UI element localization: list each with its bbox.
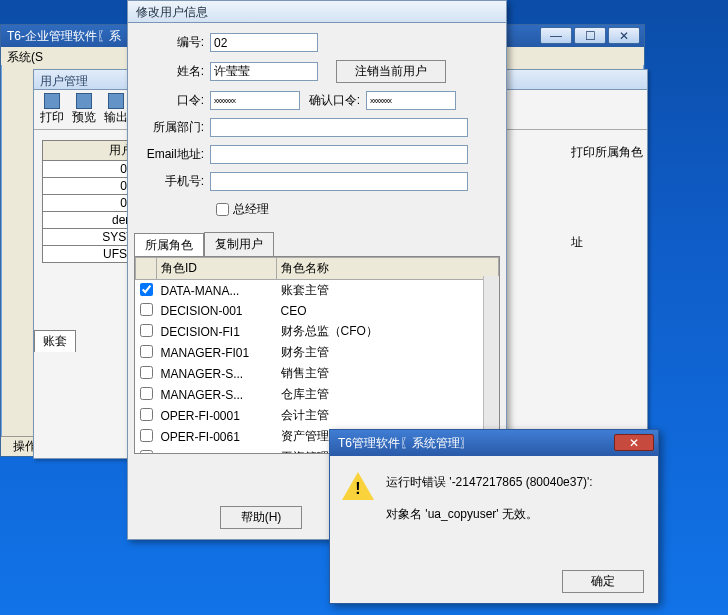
role-checkbox[interactable] — [140, 303, 153, 316]
address-label: 址 — [571, 234, 643, 268]
role-check-cell[interactable] — [136, 384, 157, 405]
email-field[interactable] — [210, 145, 468, 164]
role-id-cell: DECISION-001 — [157, 301, 277, 321]
role-name-cell: 财务主管 — [277, 342, 499, 363]
role-name-cell: 账套主管 — [277, 280, 499, 302]
scrollbar-vertical[interactable] — [483, 276, 499, 453]
error-ok-button[interactable]: 确定 — [562, 570, 644, 593]
role-checkbox[interactable] — [140, 387, 153, 400]
print-icon — [44, 93, 60, 109]
warning-icon — [342, 472, 374, 504]
role-row[interactable]: OPER-FI-0001会计主管 — [136, 405, 499, 426]
role-check-cell[interactable] — [136, 321, 157, 342]
maximize-button[interactable]: ☐ — [574, 27, 606, 44]
general-manager-label: 总经理 — [233, 201, 269, 218]
role-row[interactable]: DATA-MANA...账套主管 — [136, 280, 499, 302]
role-name-cell: 财务总监（CFO） — [277, 321, 499, 342]
error-line1: 运行时错误 '-2147217865 (80040e37)': — [386, 472, 593, 494]
role-id-cell: OPER-FI-0071 — [157, 447, 277, 454]
role-id-cell: MANAGER-S... — [157, 384, 277, 405]
role-name-cell: 销售主管 — [277, 363, 499, 384]
role-checkbox[interactable] — [140, 324, 153, 337]
id-field[interactable] — [210, 33, 318, 52]
confirm-password-label: 确认口令: — [300, 92, 366, 109]
role-id-cell: MANAGER-S... — [157, 363, 277, 384]
output-icon — [108, 93, 124, 109]
error-message: 运行时错误 '-2147217865 (80040e37)': 对象名 'ua_… — [386, 472, 593, 525]
help-button[interactable]: 帮助(H) — [220, 506, 302, 529]
role-name-cell: 仓库主管 — [277, 384, 499, 405]
role-row[interactable]: MANAGER-S...销售主管 — [136, 363, 499, 384]
role-checkbox[interactable] — [140, 366, 153, 379]
output-label: 输出 — [104, 109, 128, 126]
role-checkbox[interactable] — [140, 345, 153, 358]
tab-roles[interactable]: 所属角色 — [134, 233, 204, 257]
error-dialog-title: T6管理软件〖系统管理〗 ✕ — [330, 430, 658, 456]
role-row[interactable]: DECISION-001CEO — [136, 301, 499, 321]
role-id-cell: MANAGER-FI01 — [157, 342, 277, 363]
right-column: 打印所属角色 址 — [571, 144, 643, 268]
role-id-cell: DECISION-FI1 — [157, 321, 277, 342]
phone-label: 手机号: — [138, 173, 210, 190]
role-id-cell: OPER-FI-0061 — [157, 426, 277, 447]
logout-user-button[interactable]: 注销当前用户 — [336, 60, 446, 83]
tab-copy-user[interactable]: 复制用户 — [204, 232, 274, 256]
role-checkbox[interactable] — [140, 429, 153, 442]
preview-icon — [76, 93, 92, 109]
print-roles-label: 打印所属角色 — [571, 144, 643, 178]
role-tabs: 所属角色 复制用户 角色ID 角色名称 DATA-MANA...账套主管DECI… — [134, 232, 500, 454]
print-label: 打印 — [40, 109, 64, 126]
email-label: Email地址: — [138, 146, 210, 163]
role-check-cell[interactable] — [136, 301, 157, 321]
department-label: 所属部门: — [138, 119, 210, 136]
minimize-button[interactable]: — — [540, 27, 572, 44]
id-label: 编号: — [138, 34, 210, 51]
confirm-password-field[interactable] — [366, 91, 456, 110]
role-id-cell: DATA-MANA... — [157, 280, 277, 302]
role-id-header[interactable]: 角色ID — [157, 258, 277, 280]
preview-label: 预览 — [72, 109, 96, 126]
role-row[interactable]: MANAGER-S...仓库主管 — [136, 384, 499, 405]
role-name-cell: 会计主管 — [277, 405, 499, 426]
phone-field[interactable] — [210, 172, 468, 191]
password-label: 口令: — [138, 92, 210, 109]
role-row[interactable]: MANAGER-FI01财务主管 — [136, 342, 499, 363]
role-checkbox[interactable] — [140, 283, 153, 296]
role-check-cell[interactable] — [136, 342, 157, 363]
role-checkbox[interactable] — [140, 408, 153, 421]
role-name-cell: CEO — [277, 301, 499, 321]
password-field[interactable] — [210, 91, 300, 110]
preview-button[interactable]: 预览 — [70, 92, 98, 127]
output-button[interactable]: 输出 — [102, 92, 130, 127]
modify-dialog-title: 修改用户信息 — [128, 1, 506, 23]
general-manager-checkbox[interactable] — [216, 203, 229, 216]
role-check-cell[interactable] — [136, 405, 157, 426]
error-dialog: T6管理软件〖系统管理〗 ✕ 运行时错误 '-2147217865 (80040… — [329, 429, 659, 604]
error-title-text: T6管理软件〖系统管理〗 — [338, 436, 472, 450]
role-checkbox[interactable] — [140, 450, 153, 455]
name-label: 姓名: — [138, 63, 210, 80]
app-title: T6-企业管理软件〖系 — [7, 29, 121, 43]
role-check-cell[interactable] — [136, 447, 157, 454]
department-field[interactable] — [210, 118, 468, 137]
print-button[interactable]: 打印 — [38, 92, 66, 127]
error-close-button[interactable]: ✕ — [614, 434, 654, 451]
error-line2: 对象名 'ua_copyuser' 无效。 — [386, 504, 593, 526]
name-field[interactable] — [210, 62, 318, 81]
role-id-cell: OPER-FI-0001 — [157, 405, 277, 426]
role-check-cell[interactable] — [136, 426, 157, 447]
roles-panel: 角色ID 角色名称 DATA-MANA...账套主管DECISION-001CE… — [134, 256, 500, 454]
role-check-cell[interactable] — [136, 363, 157, 384]
role-name-header[interactable]: 角色名称 — [277, 258, 499, 280]
accounts-tab[interactable]: 账套 — [34, 330, 76, 352]
role-check-cell[interactable] — [136, 280, 157, 302]
role-check-header[interactable] — [136, 258, 157, 280]
role-row[interactable]: DECISION-FI1财务总监（CFO） — [136, 321, 499, 342]
close-button[interactable]: ✕ — [608, 27, 640, 44]
